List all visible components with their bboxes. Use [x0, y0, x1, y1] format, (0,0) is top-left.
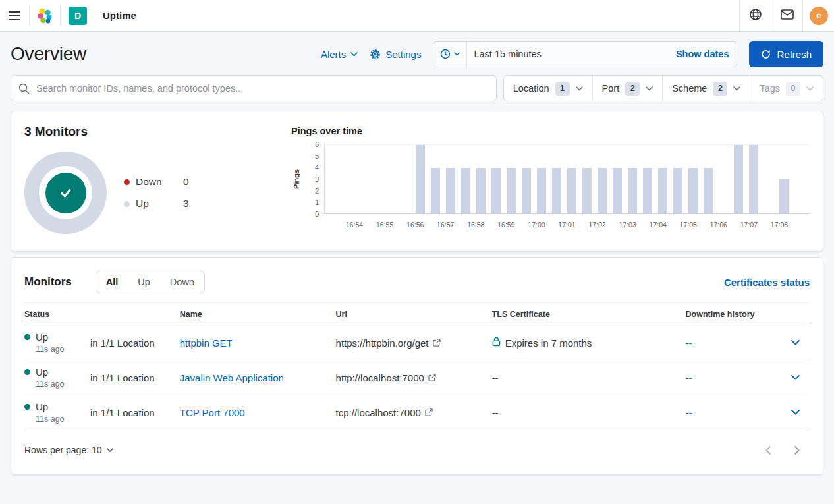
monitor-row: Up 11s ago in 1/1 Location Javalin Web A…: [24, 360, 810, 395]
legend-down: Down 0: [124, 176, 189, 188]
monitor-url: https://httpbin.org/get: [336, 337, 429, 349]
alerts-dropdown[interactable]: Alerts: [321, 49, 358, 60]
filter-tags[interactable]: Tags 0: [750, 76, 823, 101]
ping-bar: [658, 168, 667, 213]
ping-bar: [582, 168, 592, 213]
tab-all[interactable]: All: [96, 271, 128, 293]
x-axis-tick-label: 17:01: [558, 221, 575, 229]
monitor-tls-status: --: [492, 407, 499, 418]
status-filter-tabs: All Up Down: [96, 271, 205, 293]
next-page-button[interactable]: [787, 440, 807, 460]
ping-bar: [552, 168, 561, 213]
column-header-name: Name: [180, 303, 336, 325]
certificates-status-link[interactable]: Certificates status: [724, 277, 810, 288]
expand-row-button[interactable]: [786, 333, 804, 352]
chevron-down-icon: [646, 86, 653, 91]
globe-icon[interactable]: [749, 8, 762, 23]
chevron-right-icon: [794, 446, 800, 455]
up-dot: [124, 201, 130, 207]
filter-label: Location: [513, 83, 549, 94]
x-axis-tick-label: 16:59: [497, 221, 514, 229]
donut-hole: [39, 166, 92, 219]
monitor-name-link[interactable]: Javalin Web Application: [180, 372, 284, 383]
settings-label: Settings: [385, 49, 421, 60]
time-quick-select-button[interactable]: [433, 42, 467, 67]
monitor-row: Up 11s ago in 1/1 Location TCP Port 7000…: [24, 395, 810, 430]
tab-up[interactable]: Up: [128, 271, 160, 293]
filter-scheme[interactable]: Scheme 2: [663, 76, 750, 101]
external-link-icon: [428, 374, 436, 381]
monitor-url-link[interactable]: http://localhost:7000: [336, 372, 436, 383]
monitor-url-link[interactable]: https://httpbin.org/get: [336, 337, 441, 349]
user-avatar[interactable]: e: [810, 7, 828, 25]
monitors-heading: Monitors: [24, 275, 72, 289]
refresh-icon: [761, 49, 771, 59]
show-dates-button[interactable]: Show dates: [668, 49, 737, 59]
x-axis-tick-label: 17:02: [588, 221, 605, 229]
status-donut-chart: [24, 152, 107, 234]
filter-count-badge: 2: [625, 82, 640, 96]
status-up-dot: [24, 369, 30, 375]
ping-bar: [628, 168, 637, 213]
filter-location[interactable]: Location 1: [504, 76, 593, 101]
x-axis-tick-label: 16:54: [346, 221, 363, 229]
y-axis-tick-label: 5: [315, 152, 319, 160]
column-header-tls: TLS Certificate: [492, 303, 686, 325]
all-up-indicator: [45, 173, 86, 213]
monitor-name-link[interactable]: TCP Port 7000: [180, 407, 245, 418]
settings-button[interactable]: Settings: [370, 49, 421, 60]
filter-label: Scheme: [672, 83, 707, 94]
monitor-url-link[interactable]: tcp://localhost:7000: [336, 407, 433, 418]
tab-down[interactable]: Down: [160, 271, 204, 293]
refresh-button[interactable]: Refresh: [749, 41, 823, 67]
ping-bar: [704, 168, 713, 213]
search-input[interactable]: [11, 75, 497, 101]
monitor-search: [11, 75, 497, 101]
ping-bar: [431, 168, 440, 213]
search-icon: [18, 83, 30, 94]
deployment-badge[interactable]: D: [69, 7, 87, 25]
filter-group: Location 1 Port 2 Scheme 2 Tags 0: [503, 75, 823, 101]
pings-plot: [324, 144, 810, 214]
monitor-name-link[interactable]: httpbin GET: [180, 337, 233, 349]
y-axis-tick-label: 0: [315, 210, 319, 218]
ping-bar: [734, 145, 743, 213]
y-axis-tick-label: 3: [315, 175, 319, 183]
column-header-location: [90, 303, 180, 325]
monitor-location: in 1/1 Location: [90, 407, 155, 418]
column-header-expand: [786, 303, 810, 325]
filter-label: Port: [602, 83, 620, 94]
expand-row-button[interactable]: [786, 368, 804, 387]
ping-bar: [446, 168, 455, 213]
monitor-location: in 1/1 Location: [90, 337, 155, 349]
page-title: Overview: [11, 43, 86, 65]
ping-bar: [673, 168, 682, 213]
ping-bar: [613, 168, 622, 213]
ping-bar: [749, 145, 758, 213]
column-header-status: Status: [24, 303, 90, 325]
status-up-dot: [24, 404, 30, 410]
chevron-down-icon: [454, 52, 460, 56]
filter-port[interactable]: Port 2: [593, 76, 663, 101]
ping-bar: [476, 168, 486, 213]
monitor-downtime-history: --: [686, 407, 692, 418]
rows-per-page-button[interactable]: Rows per page: 10: [24, 445, 113, 455]
x-axis-tick-label: 17:00: [528, 221, 545, 229]
pings-yticks: 0123456: [302, 144, 324, 214]
elastic-logo[interactable]: [30, 0, 60, 31]
legend-label: Up: [136, 198, 183, 210]
gear-icon: [370, 49, 381, 60]
previous-page-button[interactable]: [758, 440, 778, 460]
status-up-dot: [24, 334, 30, 340]
legend-value: 3: [183, 198, 189, 210]
chevron-left-icon: [765, 446, 771, 455]
time-range-value[interactable]: Last 15 minutes: [467, 49, 667, 59]
ping-bar: [567, 168, 576, 213]
newsfeed-mail-icon[interactable]: [781, 9, 794, 22]
chevron-down-icon: [791, 410, 800, 415]
expand-row-button[interactable]: [786, 403, 804, 422]
filter-count-badge: 2: [713, 82, 727, 96]
legend-value: 0: [183, 176, 189, 188]
monitor-status: Up: [36, 401, 48, 412]
menu-icon[interactable]: [0, 0, 29, 31]
